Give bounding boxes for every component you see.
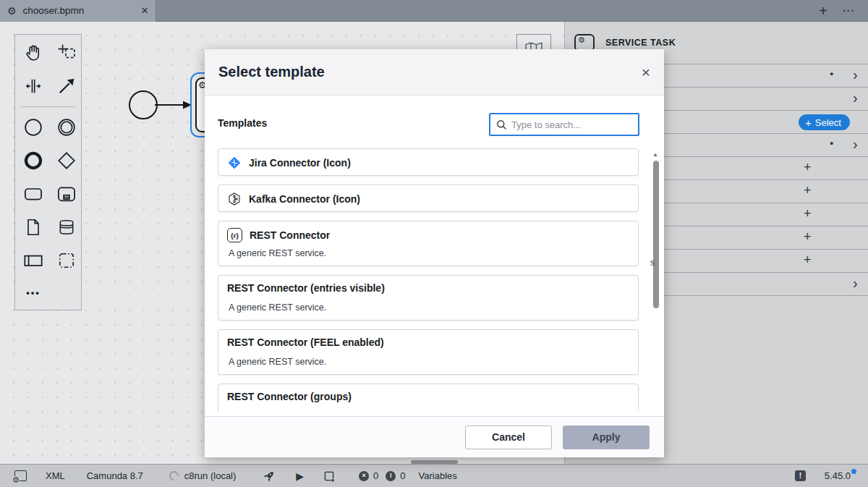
end-event-icon	[23, 151, 43, 171]
global-connect-tool[interactable]	[55, 75, 78, 98]
scroll-up-icon[interactable]: ▲	[652, 151, 658, 158]
modal-body: Templates Jira Connector (Icon) Kafka Co…	[205, 96, 664, 416]
create-data-object-tool[interactable]	[22, 216, 45, 239]
template-list-scrollbar[interactable]: ▲ ▼	[652, 151, 660, 416]
tab-overflow-menu-button[interactable]: ⋯	[842, 4, 855, 17]
runtime-button[interactable]: c8run (local)	[184, 470, 237, 481]
template-item-rest-entries-visible[interactable]: REST Connector (entries visible) A gener…	[218, 275, 639, 321]
create-task-tool[interactable]	[22, 182, 45, 206]
template-item-head: {r} REST Connector	[218, 221, 638, 249]
template-select-button[interactable]: + Select	[799, 114, 850, 130]
data-store-icon	[57, 218, 76, 237]
runtime-spinner-icon	[167, 469, 180, 482]
template-description: A generic REST service.	[229, 302, 326, 313]
gear-icon: ⚙	[578, 36, 585, 44]
start-event-icon	[23, 117, 43, 137]
play-button[interactable]: ▶	[296, 470, 304, 482]
template-item-rest-groups[interactable]: REST Connector (groups)	[218, 384, 639, 411]
create-end-event-tool[interactable]	[22, 149, 45, 172]
deploy-button[interactable]	[323, 470, 336, 483]
add-entry-icon[interactable]: +	[804, 183, 812, 198]
template-item-kafka[interactable]: Kafka Connector (Icon)	[218, 185, 639, 212]
sequence-flow-arrow[interactable]	[153, 96, 192, 114]
hand-icon	[24, 43, 43, 62]
plus-icon: +	[805, 117, 812, 128]
add-entry-icon[interactable]: +	[804, 253, 812, 268]
modal-title: Select template	[218, 64, 642, 80]
create-gateway-tool[interactable]	[55, 149, 78, 172]
chevron-right-icon[interactable]: ›	[853, 67, 858, 83]
template-list: Jira Connector (Icon) Kafka Connector (I…	[218, 143, 639, 411]
tab-close-icon[interactable]: ×	[141, 4, 148, 17]
template-item-head: REST Connector (groups)	[218, 384, 638, 409]
tab-chooser-bpmn[interactable]: ⚙ chooser.bpmn ×	[0, 0, 156, 22]
chevron-right-icon[interactable]: ›	[853, 275, 858, 292]
template-title: REST Connector	[250, 229, 330, 241]
create-subprocess-tool[interactable]	[55, 182, 78, 206]
template-title: REST Connector (groups)	[227, 391, 352, 402]
start-instance-button[interactable]	[263, 470, 276, 482]
data-object-icon	[24, 218, 43, 237]
create-participant-tool[interactable]	[22, 249, 45, 272]
modal-close-icon[interactable]: ×	[642, 64, 650, 80]
variables-button[interactable]: Variables	[419, 470, 457, 481]
templates-label: Templates	[218, 117, 267, 129]
select-button-label: Select	[815, 117, 841, 128]
subprocess-icon	[56, 184, 77, 204]
create-group-tool[interactable]	[55, 249, 78, 272]
version-indicator[interactable]: 5.45.0	[825, 470, 856, 481]
bpmn-file-gear-icon: ⚙	[7, 5, 17, 17]
template-item-head: Kafka Connector (Icon)	[218, 185, 638, 213]
warning-count-icon[interactable]: !	[386, 471, 396, 481]
chevron-right-icon[interactable]: ›	[853, 136, 858, 153]
template-item-rest[interactable]: {r} REST Connector A generic REST servic…	[218, 221, 639, 266]
create-start-event-tool[interactable]	[22, 116, 45, 139]
template-search-input[interactable]	[511, 119, 627, 130]
rest-badge-icon: {r}	[227, 228, 242, 242]
group-icon	[57, 251, 76, 270]
space-tool[interactable]	[22, 75, 45, 98]
participant-icon	[23, 250, 43, 271]
add-entry-icon[interactable]: +	[804, 206, 812, 221]
space-tool-icon	[24, 77, 43, 96]
gear-icon: ⚙	[12, 476, 20, 484]
modal-header: Select template ×	[205, 49, 664, 96]
engine-version-button[interactable]: Camunda 8.7	[87, 470, 143, 481]
template-item-head: REST Connector (FEEL enabled)	[218, 330, 638, 355]
template-description: A generic REST service.	[229, 357, 326, 367]
create-data-store-tool[interactable]	[55, 216, 78, 239]
new-tab-button[interactable]: +	[819, 4, 827, 18]
feedback-icon[interactable]: !	[795, 470, 806, 481]
group-filled-dot-icon: ●	[830, 140, 833, 147]
template-search-box[interactable]	[489, 113, 639, 136]
template-item-rest-feel-enabled[interactable]: REST Connector (FEEL enabled) A generic …	[218, 329, 639, 375]
palette-more-tools[interactable]: •••	[22, 281, 45, 304]
add-entry-icon[interactable]: +	[804, 229, 812, 245]
hand-tool[interactable]	[22, 41, 45, 64]
template-title: REST Connector (FEEL enabled)	[227, 336, 384, 348]
create-intermediate-event-tool[interactable]	[55, 116, 78, 139]
cancel-button[interactable]: Cancel	[465, 425, 552, 449]
scrollbar-thumb[interactable]	[653, 161, 659, 308]
xml-view-button[interactable]: XML	[46, 470, 65, 481]
template-item-head: REST Connector (entries visible)	[218, 276, 638, 300]
rocket-icon	[263, 470, 276, 482]
ellipsis-icon: •••	[26, 287, 41, 298]
lasso-icon	[57, 43, 76, 62]
warning-count[interactable]: 0	[400, 470, 405, 481]
group-filled-dot-icon: ●	[830, 70, 833, 77]
jira-icon	[227, 156, 242, 170]
chevron-right-icon[interactable]: ›	[853, 90, 858, 106]
error-count[interactable]: 0	[373, 470, 378, 481]
error-count-icon[interactable]: ×	[359, 471, 369, 481]
template-description: A generic REST service.	[229, 248, 326, 258]
template-title: Kafka Connector (Icon)	[249, 193, 360, 205]
toggle-properties-panel-button[interactable]: ⚙	[14, 470, 27, 481]
template-item-jira[interactable]: Jira Connector (Icon)	[218, 148, 639, 176]
apply-button[interactable]: Apply	[563, 425, 650, 449]
palette-separator	[21, 106, 75, 107]
add-entry-icon[interactable]: +	[804, 160, 812, 175]
template-item-head: Jira Connector (Icon)	[218, 149, 638, 177]
kafka-icon	[227, 192, 242, 206]
lasso-tool[interactable]	[55, 41, 78, 64]
